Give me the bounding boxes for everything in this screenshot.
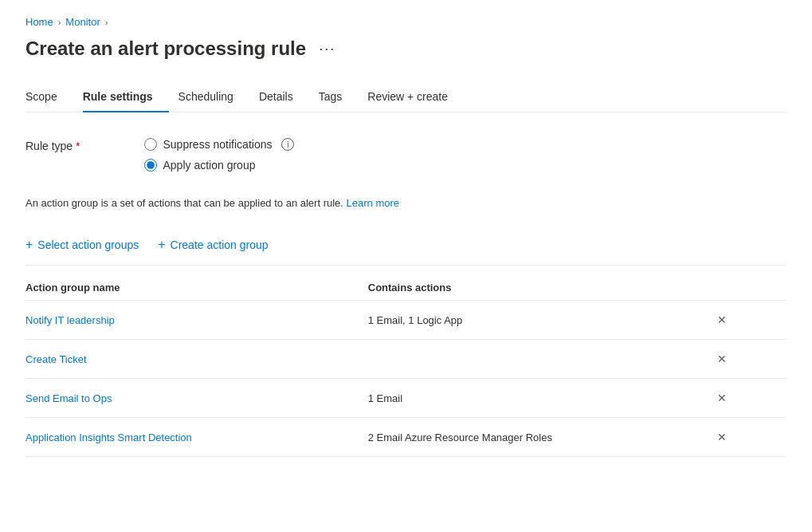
- delete-row-button-2[interactable]: ✕: [711, 388, 733, 408]
- tab-details[interactable]: Details: [259, 82, 309, 112]
- col-header-name: Action group name: [25, 275, 368, 301]
- suppress-info-icon[interactable]: i: [281, 138, 294, 151]
- delete-row-button-0[interactable]: ✕: [711, 310, 733, 329]
- table-row: Create Ticket ✕: [25, 340, 787, 379]
- select-action-groups-button[interactable]: + Select action groups: [25, 234, 139, 255]
- description-text: An action group is a set of actions that…: [25, 197, 787, 212]
- delete-row-button-3[interactable]: ✕: [711, 428, 733, 447]
- delete-x-icon-0: ✕: [717, 313, 727, 326]
- breadcrumb: Home › Monitor ›: [25, 16, 787, 28]
- action-group-link-2[interactable]: Send Email to Ops: [25, 392, 112, 404]
- rule-type-section: Rule type * Suppress notifications i App…: [25, 138, 787, 171]
- table-row: Notify IT leadership 1 Email, 1 Logic Ap…: [25, 301, 787, 340]
- col-header-actions: Contains actions: [368, 275, 711, 301]
- select-action-groups-label: Select action groups: [37, 238, 139, 251]
- breadcrumb-chevron-1: ›: [58, 18, 61, 27]
- action-toolbar: + Select action groups + Create action g…: [25, 234, 787, 266]
- page-title-row: Create an alert processing rule ···: [25, 37, 787, 60]
- col-header-delete: [711, 275, 787, 301]
- required-indicator: *: [76, 140, 80, 152]
- table-row: Application Insights Smart Detection 2 E…: [25, 418, 787, 457]
- action-group-link-0[interactable]: Notify IT leadership: [25, 314, 115, 326]
- delete-x-icon-1: ✕: [717, 353, 727, 365]
- delete-x-icon-3: ✕: [717, 431, 727, 443]
- ellipsis-button[interactable]: ···: [314, 39, 340, 59]
- select-plus-icon: +: [25, 238, 33, 252]
- radio-suppress[interactable]: [144, 138, 157, 151]
- page-title: Create an alert processing rule: [25, 37, 306, 60]
- create-plus-icon: +: [158, 238, 165, 252]
- tab-tags[interactable]: Tags: [319, 82, 359, 112]
- breadcrumb-chevron-2: ›: [105, 18, 108, 27]
- tab-scheduling[interactable]: Scheduling: [178, 82, 249, 112]
- tab-scope[interactable]: Scope: [25, 82, 73, 112]
- table-row: Send Email to Ops 1 Email ✕: [25, 379, 787, 418]
- radio-apply[interactable]: [144, 159, 157, 171]
- contains-actions-0: 1 Email, 1 Logic App: [368, 314, 463, 326]
- radio-apply-label: Apply action group: [163, 159, 256, 171]
- breadcrumb-home[interactable]: Home: [25, 16, 53, 28]
- action-groups-table: Action group name Contains actions Notif…: [25, 275, 787, 457]
- delete-row-button-1[interactable]: ✕: [711, 349, 733, 368]
- table-header-row: Action group name Contains actions: [25, 275, 787, 301]
- delete-x-icon-2: ✕: [717, 392, 727, 404]
- radio-option-apply[interactable]: Apply action group: [144, 159, 295, 171]
- create-action-group-label: Create action group: [171, 238, 269, 251]
- tab-rule-settings[interactable]: Rule settings: [83, 82, 169, 112]
- contains-actions-2: 1 Email: [368, 392, 402, 404]
- create-action-group-button[interactable]: + Create action group: [158, 234, 268, 255]
- rule-type-label: Rule type *: [25, 138, 80, 152]
- action-group-link-3[interactable]: Application Insights Smart Detection: [25, 432, 192, 443]
- radio-option-suppress[interactable]: Suppress notifications i: [144, 138, 295, 151]
- rule-type-radio-group: Suppress notifications i Apply action gr…: [144, 138, 295, 171]
- action-group-link-1[interactable]: Create Ticket: [25, 353, 87, 365]
- tabs-nav: Scope Rule settings Scheduling Details T…: [25, 82, 787, 112]
- breadcrumb-monitor[interactable]: Monitor: [65, 16, 100, 28]
- radio-suppress-label: Suppress notifications: [163, 138, 273, 151]
- learn-more-link[interactable]: Learn more: [347, 197, 399, 209]
- tab-review-create[interactable]: Review + create: [367, 82, 464, 112]
- contains-actions-3: 2 Email Azure Resource Manager Roles: [368, 432, 552, 443]
